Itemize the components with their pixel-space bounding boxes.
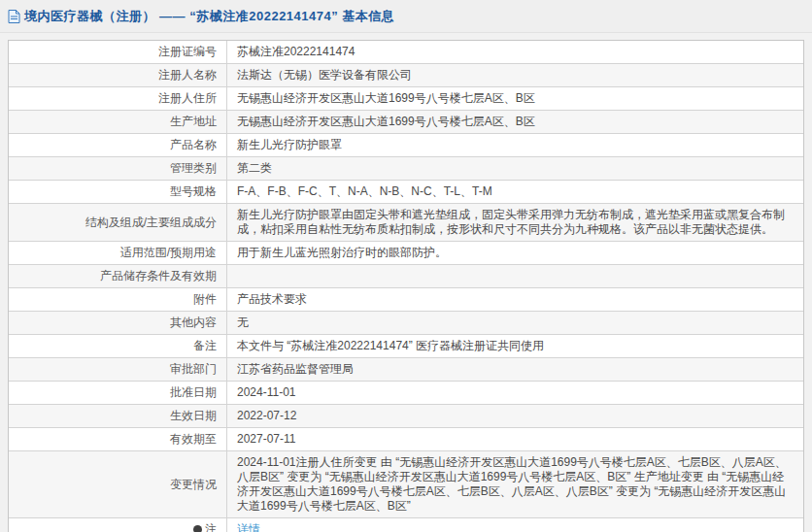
table-row-product-name: 产品名称 新生儿光疗防护眼罩: [9, 134, 803, 157]
table-row-change-info: 变更情况 2024-11-01注册人住所变更 由 “无锡惠山经济开发区惠山大道1…: [9, 451, 803, 518]
table-row-approval-department: 审批部门 江苏省药品监督管理局: [9, 358, 803, 382]
table-row-other-content: 其他内容 无: [9, 312, 803, 335]
row-label: 注册证编号: [9, 41, 227, 63]
note-icon: [193, 525, 202, 532]
row-value: 无锡惠山经济开发区惠山大道1699号八号楼七层A区、B区: [227, 111, 803, 133]
row-value: 无: [227, 312, 803, 334]
row-label: 审批部门: [9, 358, 227, 381]
page-header: 境内医疗器械（注册） —— “苏械注准20222141474” 基本信息: [0, 0, 812, 33]
table-row-model-spec: 型号规格 F-A、F-B、F-C、T、N-A、N-B、N-C、T-L、T-M: [9, 181, 803, 204]
table-row-expiry-date: 有效期至 2027-07-11: [9, 428, 803, 451]
row-value: 用于新生儿蓝光照射治疗时的眼部防护。: [227, 242, 803, 264]
row-label: 产品名称: [9, 134, 227, 156]
table-row-approval-date: 批准日期 2024-11-01: [9, 382, 803, 405]
row-value: 2022-07-12: [227, 405, 803, 427]
row-label: 注册人名称: [9, 64, 227, 86]
document-icon: [8, 10, 20, 23]
row-label: 结构及组成/主要组成成分: [9, 204, 227, 241]
row-label: 批准日期: [9, 382, 227, 404]
table-row-attachments: 附件 产品技术要求: [9, 288, 803, 312]
row-value: 产品技术要求: [227, 288, 803, 311]
row-value: 苏械注准20222141474: [227, 41, 803, 63]
table-row-structure-composition: 结构及组成/主要组成成分 新生儿光疗防护眼罩由固定头带和遮光垫组成，固定头带采用…: [9, 204, 803, 242]
table-row-management-class: 管理类别 第二类: [9, 157, 803, 181]
row-value: F-A、F-B、F-C、T、N-A、N-B、N-C、T-L、T-M: [227, 181, 803, 203]
row-label: 有效期至: [9, 428, 227, 450]
row-value: 2027-07-11: [227, 428, 803, 450]
row-label: 生效日期: [9, 405, 227, 427]
row-label: 管理类别: [9, 157, 227, 180]
row-label: 生产地址: [9, 111, 227, 133]
row-value: 2024-11-01注册人住所变更 由 “无锡惠山经济开发区惠山大道1699号八…: [227, 451, 803, 517]
page-title: 境内医疗器械（注册） —— “苏械注准20222141474” 基本信息: [24, 8, 394, 25]
row-value: 第二类: [227, 157, 803, 180]
row-value: 本文件与 “苏械注准20222141474” 医疗器械注册证共同使用: [227, 335, 803, 357]
table-row-registrant-name: 注册人名称 法斯达（无锡）医学设备有限公司: [9, 64, 803, 87]
row-value: 无锡惠山经济开发区惠山大道1699号八号楼七层A区、B区: [227, 87, 803, 110]
registration-info-table: 注册证编号 苏械注准20222141474 注册人名称 法斯达（无锡）医学设备有…: [8, 40, 804, 532]
row-label: 适用范围/预期用途: [9, 242, 227, 264]
row-label: 型号规格: [9, 181, 227, 203]
row-label: 其他内容: [9, 312, 227, 334]
row-label: 变更情况: [9, 451, 227, 517]
row-label: 产品储存条件及有效期: [9, 265, 227, 287]
note-label: 注: [205, 522, 217, 532]
row-label: 注册人住所: [9, 87, 227, 110]
table-row-effective-date: 生效日期 2022-07-12: [9, 405, 803, 428]
row-value: 法斯达（无锡）医学设备有限公司: [227, 64, 803, 86]
table-row-registrant-address: 注册人住所 无锡惠山经济开发区惠山大道1699号八号楼七层A区、B区: [9, 87, 803, 111]
row-value: [227, 265, 803, 287]
row-value: 新生儿光疗防护眼罩由固定头带和遮光垫组成，固定头带采用弹力无纺布制成，遮光垫采用…: [227, 204, 803, 241]
row-value: 江苏省药品监督管理局: [227, 358, 803, 381]
table-row-storage-conditions: 产品储存条件及有效期: [9, 265, 803, 288]
detail-link[interactable]: 详情: [237, 522, 260, 532]
table-row-note: 注 详情: [9, 518, 803, 532]
table-row-cert-number: 注册证编号 苏械注准20222141474: [9, 41, 803, 64]
table-row-intended-use: 适用范围/预期用途 用于新生儿蓝光照射治疗时的眼部防护。: [9, 242, 803, 265]
row-value: 新生儿光疗防护眼罩: [227, 134, 803, 156]
table-row-production-address: 生产地址 无锡惠山经济开发区惠山大道1699号八号楼七层A区、B区: [9, 111, 803, 134]
row-label: 备注: [9, 335, 227, 357]
row-value: 详情: [227, 518, 803, 532]
row-label: 注: [9, 518, 227, 532]
row-value: 2024-11-01: [227, 382, 803, 404]
row-label: 附件: [9, 288, 227, 311]
table-row-remarks: 备注 本文件与 “苏械注准20222141474” 医疗器械注册证共同使用: [9, 335, 803, 358]
